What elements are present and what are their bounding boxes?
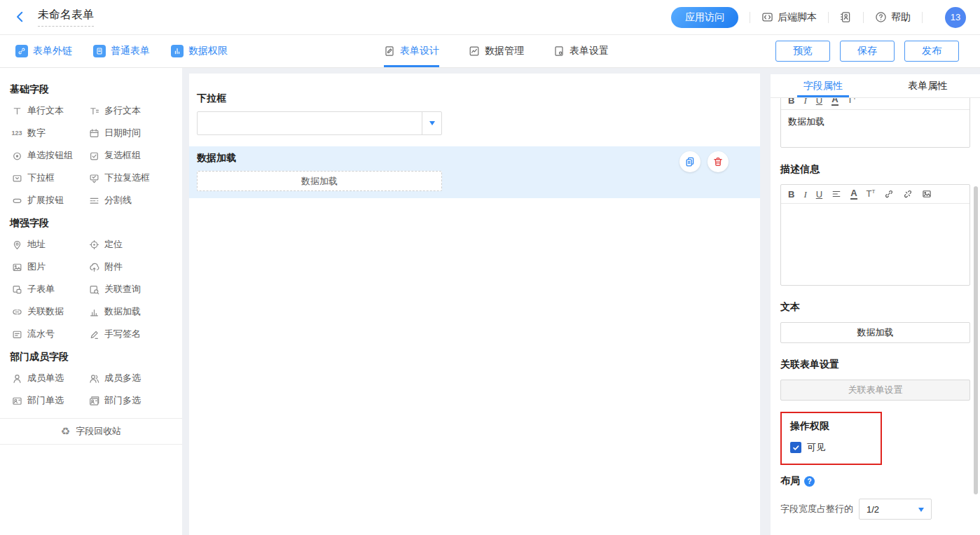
description-editor: BIUATT bbox=[780, 184, 970, 286]
field-item-radio-group[interactable]: 单选按钮组 bbox=[0, 144, 77, 167]
field-item-relation-query[interactable]: 关联查询 bbox=[77, 278, 182, 300]
font-size-icon[interactable]: TT bbox=[867, 189, 876, 198]
text-label: 文本 bbox=[780, 301, 970, 314]
field-item-label: 数据加载 bbox=[104, 305, 141, 318]
field-item-select[interactable]: 下拉框 bbox=[0, 167, 77, 189]
divider bbox=[828, 12, 829, 23]
field-item-extend-button[interactable]: 扩展按钮 bbox=[0, 189, 77, 211]
delete-field-button[interactable] bbox=[708, 151, 729, 172]
properties-tab-0[interactable]: 字段属性 bbox=[771, 74, 876, 97]
description-label: 描述信息 bbox=[780, 163, 970, 176]
field-item-multi-select[interactable]: 下拉复选框 bbox=[77, 167, 182, 189]
underline-icon[interactable]: U bbox=[816, 98, 822, 105]
field-item-data-load[interactable]: 数据加载 bbox=[77, 300, 182, 323]
field-width-select[interactable]: 1/2 bbox=[859, 499, 932, 520]
description-editor-value[interactable] bbox=[781, 204, 969, 285]
field-recycle-bin[interactable]: 字段回收站 bbox=[0, 418, 182, 445]
action-button-0[interactable]: 预览 bbox=[775, 41, 830, 62]
field-width-value: 1/2 bbox=[867, 504, 879, 515]
field-item-checkbox-group[interactable]: 复选框组 bbox=[77, 144, 182, 167]
field-item-location[interactable]: 定位 bbox=[77, 233, 182, 256]
text-value-input[interactable]: 数据加载 bbox=[780, 322, 970, 343]
field-item-signature[interactable]: 手写签名 bbox=[77, 323, 182, 345]
field-item-subform[interactable]: 子表单 bbox=[0, 278, 77, 300]
data-load-field-row-selected[interactable]: 数据加载 数据加载 bbox=[189, 146, 760, 198]
field-item-serial-number[interactable]: 流水号 bbox=[0, 323, 77, 345]
form-title[interactable]: 未命名表单 bbox=[38, 8, 94, 27]
designer-tab-design[interactable]: 表单设计 bbox=[384, 35, 439, 67]
annotation-highlight-box: 操作权限 可见 bbox=[780, 412, 882, 465]
form-type-tab-doc[interactable]: 普通表单 bbox=[93, 45, 150, 57]
field-item-address[interactable]: 地址 bbox=[0, 233, 77, 256]
font-size-icon[interactable]: TT bbox=[848, 98, 857, 105]
panel-scrollbar[interactable] bbox=[974, 186, 978, 494]
extend-button-icon bbox=[11, 195, 22, 206]
field-item-image[interactable]: 图片 bbox=[0, 256, 77, 278]
field-item-attachment[interactable]: 附件 bbox=[77, 256, 182, 278]
image-insert-icon[interactable] bbox=[922, 189, 932, 199]
field-item-divider-line[interactable]: 分割线 bbox=[77, 189, 182, 211]
app-access-button[interactable]: 应用访问 bbox=[671, 7, 738, 28]
font-color-icon[interactable]: A bbox=[850, 188, 857, 200]
layout-help-icon[interactable] bbox=[804, 476, 815, 487]
section-title: 部门成员字段 bbox=[0, 351, 182, 363]
form-type-tab-chart[interactable]: 数据权限 bbox=[171, 45, 228, 57]
form-type-tabs: 表单外链普通表单数据权限 bbox=[15, 35, 228, 67]
field-item-dept-multi[interactable]: 部门多选 bbox=[77, 389, 182, 412]
data-load-field-button[interactable]: 数据加载 bbox=[197, 171, 442, 191]
multi-select-icon bbox=[88, 173, 99, 183]
unlink-icon[interactable] bbox=[903, 189, 913, 199]
contacts-button[interactable] bbox=[840, 11, 852, 23]
contacts-icon bbox=[840, 11, 852, 23]
select-caret-button[interactable] bbox=[422, 112, 441, 134]
back-button[interactable] bbox=[14, 11, 28, 25]
relation-form-button[interactable]: 关联表单设置 bbox=[780, 380, 970, 401]
action-button-1[interactable]: 保存 bbox=[840, 41, 895, 62]
backend-script-button[interactable]: 后端脚本 bbox=[761, 11, 817, 24]
align-icon[interactable] bbox=[831, 189, 841, 199]
tab-label: 数据权限 bbox=[188, 45, 228, 57]
top-header: 未命名表单 应用访问 后端脚本 帮助 bbox=[0, 0, 980, 35]
designer-tab-settings[interactable]: 表单设置 bbox=[553, 35, 609, 67]
subform-icon bbox=[11, 284, 22, 295]
italic-icon[interactable]: I bbox=[803, 98, 806, 105]
avatar[interactable]: 13 bbox=[945, 7, 966, 28]
field-item-single-line-text[interactable]: 单行文本 bbox=[0, 99, 77, 122]
field-item-number[interactable]: 123数字 bbox=[0, 122, 77, 144]
field-item-dept-single[interactable]: 部门单选 bbox=[0, 389, 77, 412]
field-item-datetime[interactable]: 日期时间 bbox=[77, 122, 182, 144]
toolbar: 表单外链普通表单数据权限 表单设计数据管理表单设置 预览保存发布 bbox=[0, 35, 980, 68]
select-field-input[interactable] bbox=[197, 111, 442, 135]
font-color-icon[interactable]: A bbox=[831, 98, 838, 106]
single-line-text-icon bbox=[11, 106, 22, 116]
properties-tab-1[interactable]: 表单属性 bbox=[876, 74, 980, 97]
designer-tab-data[interactable]: 数据管理 bbox=[469, 35, 524, 67]
copy-field-button[interactable] bbox=[679, 151, 701, 172]
visible-label: 可见 bbox=[807, 441, 825, 454]
form-canvas: 下拉框 数据加载 数据加载 bbox=[189, 74, 760, 535]
bold-icon[interactable]: B bbox=[788, 190, 794, 199]
field-item-member-multi[interactable]: 成员多选 bbox=[77, 367, 182, 389]
field-item-label: 关联数据 bbox=[27, 305, 64, 318]
field-item-label: 成员多选 bbox=[104, 372, 141, 384]
tab-label: 表单外链 bbox=[33, 45, 72, 57]
doc-icon bbox=[93, 45, 106, 57]
field-item-multi-line-text[interactable]: 多行文本 bbox=[77, 99, 182, 122]
bold-icon[interactable]: B bbox=[788, 98, 794, 105]
field-item-relation-data[interactable]: 关联数据 bbox=[0, 300, 77, 323]
tab-label: 表单设置 bbox=[570, 45, 609, 57]
divider-line-icon bbox=[88, 195, 99, 206]
tab-label: 数据管理 bbox=[485, 45, 524, 57]
field-item-member-single[interactable]: 成员单选 bbox=[0, 367, 77, 389]
underline-icon[interactable]: U bbox=[816, 190, 822, 199]
form-type-tab-link[interactable]: 表单外链 bbox=[15, 45, 72, 57]
link-chain-icon[interactable] bbox=[884, 189, 894, 199]
field-item-label: 复选框组 bbox=[104, 149, 141, 162]
help-button[interactable]: 帮助 bbox=[875, 11, 911, 24]
title-editor-value[interactable]: 数据加载 bbox=[781, 110, 969, 147]
visible-checkbox[interactable] bbox=[790, 442, 801, 453]
field-item-label: 数字 bbox=[27, 127, 46, 139]
italic-icon[interactable]: I bbox=[803, 190, 806, 199]
action-button-2[interactable]: 发布 bbox=[904, 41, 959, 62]
field-item-label: 多行文本 bbox=[104, 104, 141, 117]
